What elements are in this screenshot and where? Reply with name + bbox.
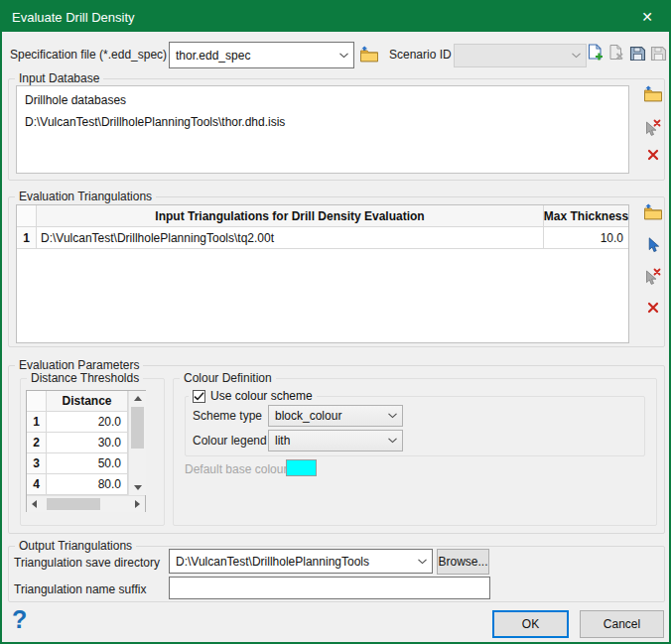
column-header-input-triangulations[interactable]: Input Triangulations for Drill Density E… bbox=[37, 205, 544, 227]
colour-legend-value: lith bbox=[275, 434, 290, 448]
colour-legend-label: Colour legend bbox=[193, 434, 267, 448]
add-triangulation-button[interactable] bbox=[641, 203, 665, 223]
corner-header-cell[interactable] bbox=[17, 205, 37, 227]
red-x-icon bbox=[647, 147, 659, 165]
table-row: 1 D:\VulcanTest\DrillholePlanningTools\t… bbox=[17, 227, 628, 249]
folder-open-icon bbox=[643, 85, 663, 106]
triangulation-path-cell[interactable]: D:\VulcanTest\DrillholePlanningTools\tq2… bbox=[37, 227, 544, 249]
row-number-cell[interactable]: 2 bbox=[27, 433, 47, 453]
save-icon bbox=[629, 46, 646, 65]
horizontal-scrollbar[interactable] bbox=[27, 495, 145, 512]
name-suffix-input[interactable] bbox=[169, 577, 490, 599]
remove-selected-triangulation-button[interactable] bbox=[641, 268, 665, 288]
save-directory-combobox[interactable]: D:\VulcanTest\DrillholePlanningTools bbox=[169, 549, 433, 574]
open-spec-file-button[interactable] bbox=[357, 46, 381, 65]
document-add-icon bbox=[587, 44, 604, 65]
delete-scenario-button bbox=[606, 45, 626, 64]
specification-file-value: thor.edd_spec bbox=[176, 49, 250, 63]
horizontal-scroll-thumb[interactable] bbox=[47, 498, 100, 510]
save-directory-value: D:\VulcanTest\DrillholePlanningTools bbox=[176, 555, 369, 569]
scroll-right-arrow[interactable] bbox=[130, 496, 145, 511]
save-as-scenario-button bbox=[648, 46, 668, 65]
vertical-scroll-thumb[interactable] bbox=[131, 407, 144, 449]
scroll-up-arrow[interactable] bbox=[130, 391, 145, 406]
scenario-id-label: Scenario ID bbox=[389, 48, 452, 62]
output-triangulations-group-title: Output Triangulations bbox=[15, 539, 136, 553]
triangle-right-icon bbox=[135, 500, 140, 508]
scheme-type-dropdown[interactable]: block_colour bbox=[268, 405, 403, 427]
input-database-group: Input Database Drillhole databases D:\Vu… bbox=[8, 78, 665, 181]
column-header-distance[interactable]: Distance bbox=[47, 391, 128, 412]
row-number-cell[interactable]: 3 bbox=[27, 453, 47, 474]
name-suffix-label: Triangulation name suffix bbox=[14, 582, 146, 596]
use-colour-scheme-checkbox[interactable]: Use colour scheme bbox=[189, 389, 317, 403]
list-item[interactable]: D:\VulcanTest\DrillholePlanningTools\tho… bbox=[25, 111, 620, 133]
default-base-colour-swatch bbox=[286, 459, 317, 476]
folder-open-icon bbox=[643, 203, 663, 224]
list-item[interactable]: Drillhole databases bbox=[25, 89, 620, 111]
vertical-scrollbar[interactable] bbox=[128, 391, 146, 495]
max-thickness-cell[interactable]: 10.0 bbox=[544, 227, 628, 249]
column-header-max-thickness[interactable]: Max Thickness bbox=[544, 205, 628, 227]
specification-file-label: Specification file (*.edd_spec) bbox=[10, 48, 167, 62]
colour-legend-dropdown[interactable]: lith bbox=[268, 430, 403, 451]
evaluation-parameters-group-title: Evaluation Parameters bbox=[15, 358, 143, 372]
row-number-cell[interactable]: 1 bbox=[17, 227, 37, 249]
triangle-left-icon bbox=[32, 500, 37, 508]
triangle-down-icon bbox=[134, 485, 142, 490]
scheme-type-label: Scheme type bbox=[193, 409, 262, 423]
row-number-cell[interactable]: 4 bbox=[27, 474, 47, 495]
table-header-row: Input Triangulations for Drill Density E… bbox=[17, 205, 628, 227]
pointer-remove-icon bbox=[645, 268, 661, 289]
pointer-select-icon bbox=[647, 237, 660, 257]
chevron-down-icon bbox=[388, 438, 397, 444]
scenario-id-combobox bbox=[454, 44, 587, 67]
red-x-icon bbox=[647, 300, 659, 318]
chevron-down-icon bbox=[388, 413, 397, 419]
colour-definition-group-title: Colour Definition bbox=[180, 371, 276, 385]
corner-header-cell[interactable] bbox=[27, 391, 47, 412]
save-scenario-button[interactable] bbox=[627, 46, 647, 65]
folder-open-icon bbox=[359, 46, 379, 66]
distance-cell[interactable]: 30.0 bbox=[47, 433, 128, 453]
save-directory-label: Triangulation save directory bbox=[14, 556, 160, 570]
pointer-remove-icon bbox=[645, 119, 661, 140]
new-scenario-button[interactable] bbox=[586, 45, 605, 64]
evaluation-triangulations-group-title: Evaluation Triangulations bbox=[15, 190, 156, 203]
add-database-button[interactable] bbox=[641, 85, 665, 105]
close-icon: ✕ bbox=[641, 9, 653, 25]
remove-selected-database-button[interactable] bbox=[641, 119, 665, 139]
window-title: Evaluate Drill Density bbox=[2, 10, 135, 25]
distance-cell[interactable]: 20.0 bbox=[47, 412, 128, 433]
distance-table-panel: Distance 1 20.0 2 30.0 3 50.0 4 80.0 bbox=[26, 390, 146, 512]
document-delete-icon bbox=[607, 44, 625, 65]
specification-file-combobox[interactable]: thor.edd_spec bbox=[169, 42, 354, 68]
distance-thresholds-group-title: Distance Thresholds bbox=[27, 371, 143, 385]
clear-databases-button[interactable] bbox=[641, 146, 665, 166]
help-button[interactable]: ? bbox=[12, 605, 27, 634]
close-button[interactable]: ✕ bbox=[625, 2, 669, 32]
chevron-down-icon bbox=[418, 559, 427, 565]
chevron-down-icon bbox=[572, 53, 581, 59]
row-number-cell[interactable]: 1 bbox=[27, 412, 47, 433]
chevron-down-icon bbox=[339, 53, 348, 59]
evaluate-drill-density-dialog: Evaluate Drill Density ✕ Specification f… bbox=[0, 0, 671, 644]
distance-cell[interactable]: 50.0 bbox=[47, 453, 128, 474]
triangle-up-icon bbox=[134, 396, 142, 401]
scroll-left-arrow[interactable] bbox=[27, 496, 42, 511]
distance-cell[interactable]: 80.0 bbox=[47, 474, 128, 495]
scheme-type-value: block_colour bbox=[275, 409, 341, 423]
select-triangulation-button[interactable] bbox=[641, 237, 665, 257]
default-base-colour-label: Default base colour bbox=[185, 462, 287, 476]
input-database-group-title: Input Database bbox=[15, 71, 103, 85]
scroll-down-arrow[interactable] bbox=[130, 480, 145, 495]
input-database-list[interactable]: Drillhole databases D:\VulcanTest\Drillh… bbox=[16, 85, 629, 174]
browse-button[interactable]: Browse... bbox=[437, 549, 489, 575]
triangulations-table: Input Triangulations for Drill Density E… bbox=[16, 204, 629, 343]
clear-triangulations-button[interactable] bbox=[641, 299, 665, 319]
ok-button[interactable]: OK bbox=[492, 610, 569, 638]
use-colour-scheme-label: Use colour scheme bbox=[210, 389, 313, 403]
title-bar[interactable]: Evaluate Drill Density bbox=[2, 2, 669, 32]
cancel-button[interactable]: Cancel bbox=[580, 610, 664, 638]
checkbox-checked-icon bbox=[193, 390, 205, 403]
